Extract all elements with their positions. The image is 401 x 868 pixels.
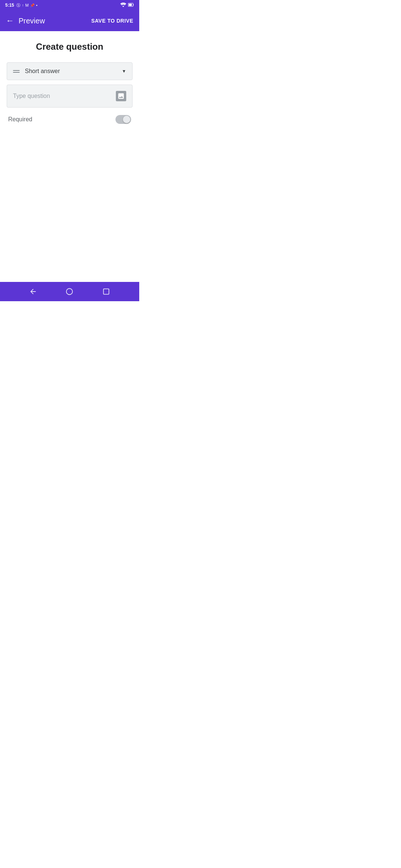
wifi-icon	[120, 3, 126, 8]
status-time: 5:15	[5, 3, 14, 8]
upload-icon: ↑	[22, 3, 24, 7]
strikethrough-s-icon: Ⓢ	[16, 3, 20, 8]
back-nav-button[interactable]	[29, 287, 37, 296]
back-button[interactable]: ←	[6, 16, 14, 26]
required-row: Required	[7, 112, 133, 127]
dropdown-arrow-icon: ▼	[122, 69, 126, 74]
app-bar-title: Preview	[19, 17, 45, 25]
required-label: Required	[8, 116, 32, 123]
required-toggle[interactable]	[115, 115, 131, 124]
app-bar: ← Preview SAVE TO DRIVE	[0, 10, 139, 31]
status-bar-right	[120, 3, 134, 8]
question-type-text: Short answer	[25, 68, 122, 75]
hamburger-line-1	[13, 70, 20, 71]
svg-rect-3	[103, 289, 109, 295]
pin-icon: 📌	[30, 3, 35, 7]
status-icons: Ⓢ ↑ M 📌 •	[16, 3, 38, 8]
toggle-thumb	[123, 116, 130, 123]
status-bar: 5:15 Ⓢ ↑ M 📌 •	[0, 0, 139, 10]
dot-icon: •	[36, 3, 38, 7]
home-nav-button[interactable]	[65, 287, 74, 296]
svg-point-2	[66, 289, 73, 295]
image-icon[interactable]	[116, 91, 126, 101]
question-placeholder: Type question	[13, 93, 116, 99]
status-bar-left: 5:15 Ⓢ ↑ M 📌 •	[5, 3, 38, 8]
recents-nav-button[interactable]	[102, 287, 110, 296]
gmail-icon: M	[25, 3, 29, 7]
question-type-selector[interactable]: Short answer ▼	[7, 62, 133, 80]
app-bar-left: ← Preview	[6, 16, 45, 26]
question-input-box[interactable]: Type question	[7, 85, 133, 108]
battery-icon	[128, 3, 134, 8]
hamburger-icon	[13, 70, 20, 73]
page-title: Create question	[7, 42, 133, 52]
save-to-drive-button[interactable]: SAVE TO DRIVE	[91, 18, 133, 24]
hamburger-line-2	[13, 72, 20, 73]
svg-rect-1	[129, 4, 132, 6]
main-content: Create question Short answer ▼ Type ques…	[0, 31, 139, 282]
bottom-nav	[0, 282, 139, 301]
